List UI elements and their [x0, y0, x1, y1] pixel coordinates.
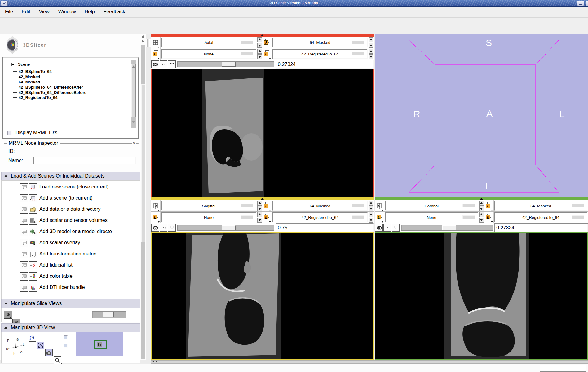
labelmap-layer-button[interactable]: L: [151, 212, 161, 223]
tooltip-button[interactable]: [20, 261, 28, 269]
tooltip-button[interactable]: [20, 217, 28, 225]
fade-slider-handle[interactable]: [103, 312, 114, 317]
sagittal-background-dropdown[interactable]: 42_RegisteredTo_64: [272, 212, 368, 222]
add-scene-label[interactable]: Add a scene (to current): [39, 195, 93, 201]
tooltip-button[interactable]: [20, 284, 28, 292]
labelmap-spinner[interactable]: [257, 48, 262, 60]
foreground-layer-button[interactable]: F: [262, 200, 272, 211]
scroll-up-icon[interactable]: [155, 361, 157, 362]
tree-item[interactable]: 42_BSplineTo_64_DifferenceBefore: [19, 90, 86, 95]
axial-background-dropdown[interactable]: 42_RegisteredTo_64: [272, 49, 368, 59]
more-options-button[interactable]: [168, 224, 176, 232]
slice-plane-button[interactable]: [151, 200, 161, 211]
tree-item[interactable]: 42_Masked: [19, 74, 40, 79]
more-options-button[interactable]: [168, 60, 176, 68]
inspector-name-input[interactable]: [33, 157, 136, 164]
axial-fade-slider[interactable]: [177, 61, 274, 67]
link-slices-button[interactable]: [151, 60, 159, 68]
sagittal-fade-value[interactable]: 0.75: [276, 223, 374, 232]
menu-help[interactable]: Help: [85, 9, 95, 15]
slice-visibility-button[interactable]: [4, 311, 12, 319]
add-volumes-label[interactable]: Add scalar and tensor volumes: [39, 218, 108, 223]
coronal-foreground-dropdown[interactable]: 64_Masked: [494, 201, 588, 211]
screenshot-button[interactable]: [45, 349, 53, 356]
nav-zoom-rect[interactable]: [94, 340, 107, 349]
labelmap-layer-button[interactable]: L: [375, 212, 384, 223]
section-slice-views[interactable]: Manipulate Slice Views: [1, 299, 140, 308]
section-load-add[interactable]: Load & Add Scenes Or Individual Datasets: [1, 172, 140, 180]
axial-labelmap-dropdown[interactable]: None: [161, 49, 256, 59]
add-colortable-icon-button[interactable]: [29, 272, 37, 281]
background-layer-button[interactable]: B: [484, 212, 494, 223]
orientation-spinner[interactable]: [479, 200, 484, 211]
view3d-navigation-preview[interactable]: [76, 332, 123, 356]
axial-fade-slider-handle[interactable]: [222, 62, 236, 67]
load-new-scene-label[interactable]: Load new scene (close current): [39, 184, 108, 190]
labelmap-spinner[interactable]: [257, 212, 262, 223]
section-3d-view[interactable]: Manipulate 3D View: [1, 323, 140, 332]
tree-root-scene[interactable]: Scene: [18, 62, 30, 67]
coronal-background-dropdown[interactable]: 42_RegisteredTo_64: [494, 212, 588, 222]
coronal-slice-viewport[interactable]: [375, 232, 588, 360]
load-scene-icon-button[interactable]: [29, 183, 37, 191]
tree-scrollbar[interactable]: [131, 60, 136, 128]
panel-scrollbar[interactable]: [141, 35, 146, 360]
menu-view[interactable]: View: [39, 9, 49, 15]
labelmap-layer-button[interactable]: L: [151, 48, 161, 60]
tooltip-button[interactable]: [20, 239, 28, 247]
coronal-fade-slider-handle[interactable]: [442, 225, 456, 230]
splitter-left-icon[interactable]: [141, 35, 144, 38]
add-transform-icon-button[interactable]: [29, 250, 37, 258]
add-scene-icon-button[interactable]: [29, 194, 37, 202]
tooltip-button[interactable]: [20, 183, 28, 191]
tooltip-button[interactable]: [20, 228, 28, 236]
axes-orientation-widget[interactable]: P S L A I R: [5, 337, 25, 357]
slice-visibility-button[interactable]: [383, 224, 391, 232]
menu-edit[interactable]: Edit: [22, 9, 30, 15]
tree-item[interactable]: 42_BSplineTo_64: [19, 69, 52, 74]
tooltip-button[interactable]: [20, 250, 28, 258]
background-layer-button[interactable]: B: [262, 48, 272, 60]
tree-expander[interactable]: [11, 63, 15, 66]
sagittal-fade-slider-handle[interactable]: [222, 225, 236, 230]
axial-slice-viewport[interactable]: [151, 69, 374, 197]
axial-header-bar[interactable]: [151, 34, 374, 37]
rotate-pitch-button[interactable]: [29, 334, 36, 342]
add-dti-label[interactable]: Add DTI fiber bundle: [39, 285, 85, 290]
tooltip-button[interactable]: [20, 206, 28, 214]
axial-foreground-dropdown[interactable]: 64_Masked: [272, 38, 368, 47]
link-slices-button[interactable]: [375, 224, 383, 232]
rock-checkbox[interactable]: [64, 344, 68, 348]
view-3d[interactable]: S R A L I: [375, 34, 588, 197]
add-overlay-icon-button[interactable]: [29, 239, 37, 247]
display-mrml-ids-checkbox[interactable]: [7, 131, 12, 135]
sagittal-labelmap-dropdown[interactable]: None: [161, 212, 256, 222]
axial-orientation-dropdown[interactable]: Axial: [161, 38, 256, 47]
tooltip-button[interactable]: [20, 272, 28, 281]
tooltip-button[interactable]: [20, 194, 28, 202]
slice-plane-button[interactable]: [375, 200, 384, 211]
add-model-label[interactable]: Add 3D model or a model directo: [39, 229, 112, 234]
slice-visibility-button[interactable]: [160, 60, 167, 68]
background-spinner[interactable]: [368, 48, 374, 60]
menu-file[interactable]: File: [5, 9, 13, 15]
close-icon[interactable]: ×: [132, 141, 136, 145]
add-overlay-label[interactable]: Add scalar overlay: [39, 240, 80, 246]
sagittal-header-bar[interactable]: [151, 197, 374, 200]
sagittal-orientation-dropdown[interactable]: Sagittal: [161, 201, 256, 211]
coronal-fade-value[interactable]: 0.27324: [494, 223, 588, 232]
background-spinner[interactable]: [368, 212, 374, 223]
coronal-header-bar[interactable]: [375, 197, 588, 200]
panel-scrollbar-thumb[interactable]: [141, 84, 145, 242]
center-view-button[interactable]: [37, 342, 44, 349]
zoom-in-button[interactable]: [54, 356, 61, 364]
viewport-horizontal-scrollbar[interactable]: [151, 360, 588, 364]
add-data-icon-button[interactable]: [29, 206, 37, 214]
splitter-right-icon[interactable]: [142, 40, 144, 43]
tree-item[interactable]: 42_RegisteredTo_64: [19, 95, 58, 100]
sagittal-fade-slider[interactable]: [177, 225, 274, 231]
add-fiducial-icon-button[interactable]: [29, 261, 37, 269]
window-shade-button[interactable]: [1, 1, 8, 6]
add-dti-icon-button[interactable]: [29, 284, 37, 292]
menu-feedback[interactable]: Feedback: [104, 9, 125, 15]
